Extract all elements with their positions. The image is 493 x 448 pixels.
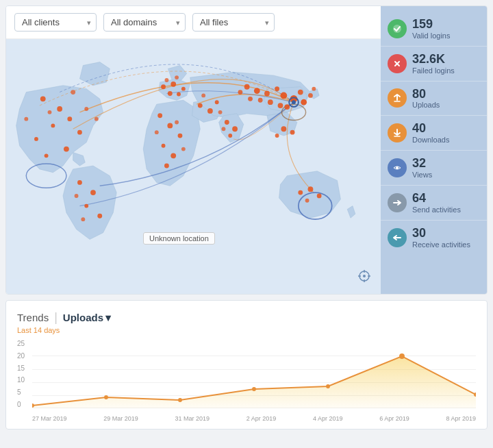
valid-logins-text: 159 Valid logins [412, 18, 450, 40]
svg-point-4 [40, 96, 46, 101]
domains-filter-wrapper[interactable]: All domains [103, 13, 186, 32]
svg-point-89 [326, 384, 330, 388]
failed-logins-number: 32.6K [412, 53, 455, 66]
x-label-2: 31 Mar 2019 [175, 415, 210, 422]
receive-activities-number: 30 [412, 227, 470, 240]
svg-point-66 [275, 134, 279, 138]
x-label-5: 6 Apr 2019 [379, 415, 409, 422]
svg-point-58 [248, 97, 253, 101]
svg-point-87 [178, 398, 182, 402]
svg-point-29 [175, 75, 179, 79]
files-filter-wrapper[interactable]: All files [192, 13, 275, 32]
svg-point-46 [228, 134, 232, 138]
svg-point-65 [290, 130, 295, 135]
svg-point-12 [24, 117, 28, 121]
svg-point-25 [181, 87, 186, 91]
stat-valid-logins: 159 Valid logins [381, 12, 487, 47]
valid-logins-number: 159 [412, 18, 450, 32]
uploads-number: 80 [412, 88, 440, 101]
uploads-label: Uploads [412, 101, 440, 109]
downloads-number: 40 [412, 122, 449, 136]
clients-filter-wrapper[interactable]: All clients [14, 13, 97, 32]
stats-sidebar: 159 Valid logins 32.6K Failed logins [381, 6, 487, 294]
chart-container: 0 5 10 15 20 25 [17, 340, 476, 422]
svg-point-43 [218, 110, 223, 114]
svg-point-11 [45, 153, 49, 158]
top-panel: All clients All domains All files [5, 5, 488, 295]
crosshair-icon[interactable] [357, 269, 371, 283]
svg-point-52 [280, 92, 287, 99]
svg-point-42 [201, 94, 205, 98]
svg-point-56 [268, 99, 273, 105]
svg-point-55 [301, 99, 307, 105]
domains-filter[interactable]: All domains [103, 13, 186, 32]
svg-point-57 [278, 103, 283, 108]
svg-point-69 [317, 194, 322, 199]
failed-logins-text: 32.6K Failed logins [412, 53, 455, 75]
svg-point-8 [77, 130, 82, 135]
svg-point-59 [258, 98, 263, 103]
svg-point-19 [84, 204, 88, 208]
send-activities-icon [388, 193, 407, 212]
svg-point-24 [170, 82, 176, 87]
svg-point-67 [298, 190, 303, 195]
svg-point-18 [90, 190, 96, 195]
svg-point-9 [34, 137, 38, 141]
chart-y-labels: 0 5 10 15 20 25 [17, 340, 31, 408]
stat-uploads: 80 Uploads [381, 82, 487, 116]
receive-activities-text: 30 Receive activities [412, 227, 470, 249]
trends-dropdown-label: Uploads [63, 312, 103, 323]
world-map-svg [6, 39, 381, 293]
svg-point-15 [71, 90, 75, 95]
y-label-25: 25 [17, 340, 31, 347]
bottom-panel: Trends | Uploads ▾ Last 14 days 0 5 10 1… [5, 300, 488, 430]
y-label-0: 0 [17, 401, 31, 408]
svg-point-63 [312, 87, 316, 91]
trends-subtitle: Last 14 days [17, 326, 476, 334]
svg-point-64 [281, 126, 286, 132]
send-activities-label: Send activities [412, 206, 461, 214]
unknown-location-label: Unknown location [143, 232, 215, 245]
svg-point-28 [164, 78, 168, 82]
trends-dropdown[interactable]: Uploads ▾ [63, 312, 111, 324]
svg-point-54 [298, 90, 303, 95]
svg-point-88 [252, 387, 256, 391]
y-label-5: 5 [17, 388, 31, 396]
svg-point-40 [207, 108, 213, 114]
chart-svg [32, 340, 476, 408]
svg-point-20 [97, 214, 102, 219]
downloads-text: 40 Downloads [412, 122, 449, 144]
x-label-4: 4 Apr 2019 [313, 415, 343, 422]
trends-title: Trends [17, 312, 49, 323]
svg-point-70 [305, 199, 309, 203]
svg-point-23 [161, 84, 166, 89]
views-text: 32 Views [412, 157, 432, 179]
trends-chevron-icon: ▾ [105, 312, 111, 324]
svg-point-35 [164, 164, 169, 169]
send-activities-number: 64 [412, 192, 461, 206]
send-activities-text: 64 Send activities [412, 192, 461, 214]
svg-point-84 [396, 166, 399, 169]
y-label-15: 15 [17, 364, 31, 372]
svg-point-62 [308, 93, 313, 98]
y-label-20: 20 [17, 352, 31, 360]
svg-point-22 [81, 217, 85, 221]
valid-logins-icon [388, 19, 407, 38]
svg-point-90 [399, 353, 405, 359]
svg-point-27 [177, 92, 181, 97]
svg-point-74 [363, 275, 366, 277]
downloads-label: Downloads [412, 136, 449, 144]
files-filter[interactable]: All files [192, 13, 275, 32]
clients-filter[interactable]: All clients [14, 13, 97, 32]
svg-point-61 [238, 90, 242, 95]
svg-point-5 [57, 106, 62, 112]
svg-point-17 [77, 180, 82, 185]
svg-point-60 [284, 104, 290, 110]
svg-point-16 [48, 110, 52, 114]
map-container: Unknown location [6, 39, 381, 293]
x-label-0: 27 Mar 2019 [32, 415, 67, 422]
stat-views: 32 Views [381, 151, 487, 186]
svg-point-36 [175, 121, 179, 125]
svg-point-47 [222, 127, 226, 131]
svg-point-51 [275, 86, 279, 91]
